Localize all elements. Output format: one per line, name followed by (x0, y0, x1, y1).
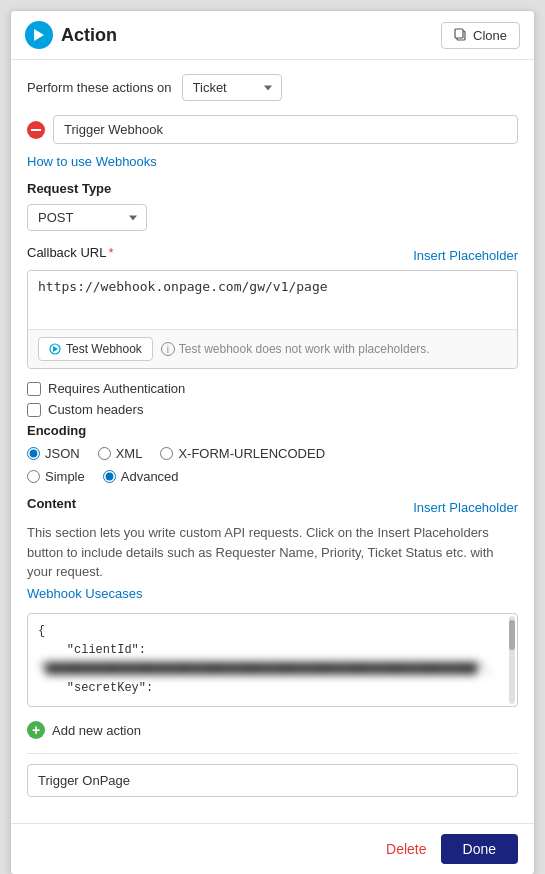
webhooks-help-link[interactable]: How to use Webhooks (27, 154, 157, 169)
content-header-row: Content Insert Placeholder (27, 496, 518, 519)
delete-button[interactable]: Delete (386, 841, 426, 857)
request-type-label: Request Type (27, 181, 518, 196)
requires-auth-checkbox[interactable] (27, 382, 41, 396)
header-left: Action (25, 21, 117, 49)
webhook-usecases-link[interactable]: Webhook Usecases (27, 586, 142, 601)
content-section: Content Insert Placeholder This section … (27, 496, 518, 707)
content-label: Content (27, 496, 76, 511)
perform-on-select[interactable]: Ticket Contact Company (182, 74, 282, 101)
clone-button[interactable]: Clone (441, 22, 520, 49)
request-type-select-wrapper: POST GET PUT PATCH DELETE (27, 204, 518, 231)
svg-rect-2 (455, 29, 463, 38)
page-title: Action (61, 25, 117, 46)
perform-on-row: Perform these actions on Ticket Contact … (27, 74, 518, 101)
custom-headers-checkbox[interactable] (27, 403, 41, 417)
test-webhook-label: Test Webhook (66, 342, 142, 356)
encoding-json-radio[interactable] (27, 447, 40, 460)
svg-marker-0 (34, 29, 44, 41)
encoding-section: Encoding JSON XML X-FORM-URLENCODED (27, 423, 518, 484)
content-insert-placeholder-link[interactable]: Insert Placeholder (413, 500, 518, 515)
encoding-mode-group: Simple Advanced (27, 469, 518, 484)
content-code-box[interactable]: { "clientId": "█████████████████████████… (27, 613, 518, 708)
action-window: Action Clone Perform these actions on Ti… (10, 10, 535, 874)
action-name-input[interactable] (27, 764, 518, 797)
done-button[interactable]: Done (441, 834, 518, 864)
encoding-json-label: JSON (45, 446, 80, 461)
code-line-4: "secretKey": (38, 679, 507, 698)
requires-auth-label[interactable]: Requires Authentication (48, 381, 185, 396)
info-icon: i (161, 342, 175, 356)
action-icon (25, 21, 53, 49)
code-scrollbar-thumb[interactable] (509, 620, 515, 650)
encoding-format-group: JSON XML X-FORM-URLENCODED (27, 446, 518, 461)
mode-advanced-option[interactable]: Advanced (103, 469, 179, 484)
required-indicator: * (108, 245, 113, 260)
encoding-form-label: X-FORM-URLENCODED (178, 446, 325, 461)
callback-footer: Test Webhook i Test webhook does not wor… (28, 329, 517, 368)
code-scrollbar (509, 616, 515, 705)
perform-on-label: Perform these actions on (27, 80, 172, 95)
code-line-3: "███████████████████████████████████████… (38, 660, 507, 679)
trigger-name-input[interactable] (53, 115, 518, 144)
header: Action Clone (11, 11, 534, 60)
footer: Delete Done (11, 823, 534, 874)
content-description: This section lets you write custom API r… (27, 523, 518, 582)
mode-simple-option[interactable]: Simple (27, 469, 85, 484)
custom-headers-row: Custom headers (27, 402, 518, 417)
add-action-label: Add new action (52, 723, 141, 738)
test-webhook-button[interactable]: Test Webhook (38, 337, 153, 361)
encoding-form-option[interactable]: X-FORM-URLENCODED (160, 446, 325, 461)
mode-advanced-label: Advanced (121, 469, 179, 484)
request-type-select[interactable]: POST GET PUT PATCH DELETE (27, 204, 147, 231)
callback-url-textarea[interactable]: https://webhook.onpage.com/gw/v1/page (28, 271, 517, 326)
encoding-xml-radio[interactable] (98, 447, 111, 460)
callback-url-label: Callback URL* (27, 245, 114, 260)
mode-advanced-radio[interactable] (103, 470, 116, 483)
encoding-json-option[interactable]: JSON (27, 446, 80, 461)
test-webhook-note: i Test webhook does not work with placeh… (161, 342, 430, 356)
mode-simple-radio[interactable] (27, 470, 40, 483)
mode-simple-label: Simple (45, 469, 85, 484)
encoding-xml-label: XML (116, 446, 143, 461)
remove-trigger-button[interactable] (27, 121, 45, 139)
svg-marker-4 (53, 346, 58, 352)
requires-auth-row: Requires Authentication (27, 381, 518, 396)
code-line-1: { (38, 622, 507, 641)
divider (27, 753, 518, 754)
encoding-xml-option[interactable]: XML (98, 446, 143, 461)
trigger-row (27, 115, 518, 144)
encoding-form-radio[interactable] (160, 447, 173, 460)
callback-url-box: https://webhook.onpage.com/gw/v1/page Te… (27, 270, 518, 369)
callback-url-header: Callback URL* Insert Placeholder (27, 245, 518, 266)
callback-insert-placeholder-link[interactable]: Insert Placeholder (413, 248, 518, 263)
perform-on-select-wrapper: Ticket Contact Company (182, 74, 282, 101)
code-line-2: "clientId": (38, 641, 507, 660)
add-action-icon (27, 721, 45, 739)
encoding-label: Encoding (27, 423, 518, 438)
clone-label: Clone (473, 28, 507, 43)
add-action-row[interactable]: Add new action (27, 721, 518, 739)
main-content: Perform these actions on Ticket Contact … (11, 60, 534, 823)
custom-headers-label[interactable]: Custom headers (48, 402, 143, 417)
